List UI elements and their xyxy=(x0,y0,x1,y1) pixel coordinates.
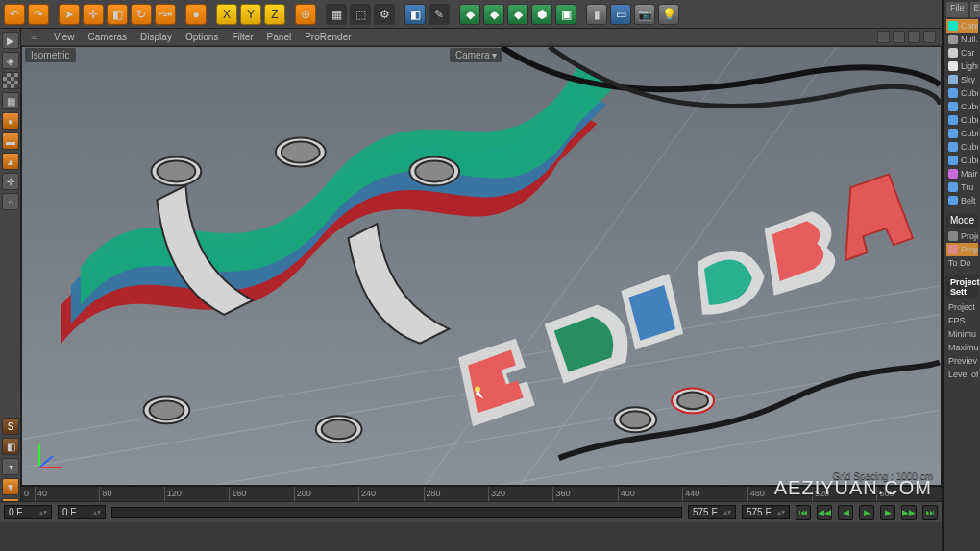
watermark: AEZIYUAN.COM xyxy=(774,477,932,499)
object-manager[interactable]: Camer Null.1 Car Light Sky Cube. Cube. C… xyxy=(946,17,978,209)
menu-prorender[interactable]: ProRender xyxy=(305,32,351,42)
camera-btn[interactable]: 📷 xyxy=(634,4,655,25)
undo-btn[interactable]: ↶ xyxy=(4,4,25,25)
menu-options[interactable]: Options xyxy=(185,32,218,42)
tick-label: 360 xyxy=(555,489,570,498)
obj-cube: Cube. xyxy=(946,100,978,113)
edges-mode-btn[interactable]: ▬ xyxy=(2,132,19,150)
spline-btn[interactable]: ✎ xyxy=(429,4,450,25)
rp-tab-edit[interactable]: E xyxy=(970,2,980,17)
total-frame-field[interactable]: 575 F▴▾ xyxy=(688,505,736,519)
svg-point-7 xyxy=(157,160,195,181)
obj-cube: Cube. xyxy=(946,140,978,154)
render-region-btn[interactable]: ⬚ xyxy=(350,4,371,25)
tick-label: 120 xyxy=(167,489,182,498)
rp-tab-file[interactable]: File xyxy=(946,2,968,17)
cube-primitive-btn[interactable]: ◧ xyxy=(404,4,426,25)
deformer-btn[interactable]: ▮ xyxy=(586,4,607,25)
menu-handle[interactable]: ≡ xyxy=(31,32,37,42)
axis-gizmo[interactable] xyxy=(32,437,70,475)
axis-x-btn[interactable]: X xyxy=(216,4,237,25)
menu-filter[interactable]: Filter xyxy=(232,32,253,42)
svg-point-9 xyxy=(282,142,320,163)
viewport-solo-btn[interactable]: ○ xyxy=(2,193,19,210)
model-mode-btn[interactable]: ◈ xyxy=(2,52,19,69)
step-back-btn[interactable]: ◀◀ xyxy=(817,505,832,520)
tick-label: 240 xyxy=(361,489,376,498)
redo-btn[interactable]: ↷ xyxy=(28,4,49,25)
generator-btn3[interactable]: ◆ xyxy=(507,4,528,25)
current-frame-field[interactable]: 0 F▴▾ xyxy=(58,505,106,519)
nav-zoom-icon[interactable] xyxy=(893,31,905,43)
snap-btn1[interactable]: S xyxy=(2,418,19,435)
mode-label: Mode xyxy=(946,213,978,228)
prev-frame-btn[interactable]: ◀ xyxy=(838,505,853,520)
timeline-track[interactable] xyxy=(111,507,682,518)
menu-view[interactable]: View xyxy=(54,32,75,42)
view-label: Isometric xyxy=(25,48,76,62)
setting-row: Project S xyxy=(946,300,978,314)
camera-label[interactable]: Camera ▾ xyxy=(450,48,502,62)
menu-display[interactable]: Display xyxy=(140,32,172,42)
start-frame-field[interactable]: 0 F▴▾ xyxy=(4,505,52,519)
floor-btn[interactable]: ▭ xyxy=(610,4,631,25)
obj-cube: Cube. xyxy=(946,127,978,140)
goto-end-btn[interactable]: ⏭ xyxy=(922,505,938,520)
play-btn[interactable]: ▶ xyxy=(859,505,874,520)
axis-z-btn[interactable]: Z xyxy=(264,4,285,25)
svg-line-23 xyxy=(39,456,53,467)
tick-label: 40 xyxy=(37,489,47,498)
generator-btn2[interactable]: ◆ xyxy=(483,4,504,25)
settings-header: Project Sett xyxy=(946,276,978,299)
snap-btn3[interactable]: ▾ xyxy=(2,458,19,475)
obj-car: Car xyxy=(946,46,978,60)
obj-cube: Cube. xyxy=(946,86,978,100)
tick-label: 200 xyxy=(297,489,311,498)
end-frame-field[interactable]: 575 F▴▾ xyxy=(742,505,790,519)
nav-rotate-icon[interactable] xyxy=(908,31,920,43)
menu-cameras[interactable]: Cameras xyxy=(88,32,128,42)
snap-btn2[interactable]: ◧ xyxy=(2,438,19,455)
polys-mode-btn[interactable]: ▲ xyxy=(2,153,19,170)
select-tool[interactable]: ➤ xyxy=(59,4,80,25)
generator-btn4[interactable]: ⬢ xyxy=(531,4,552,25)
light-btn[interactable]: 💡 xyxy=(658,4,679,25)
obj-main: Main_ xyxy=(946,167,978,180)
step-fwd-btn[interactable]: ▶▶ xyxy=(901,505,917,520)
tweak-btn[interactable]: ▼ xyxy=(2,478,19,495)
attr-item: Project Set xyxy=(946,243,978,256)
viewport[interactable]: Grid Spacing : 1000 cm xyxy=(21,46,942,486)
tick-label: 480 xyxy=(750,489,765,498)
generator-btn5[interactable]: ▣ xyxy=(555,4,576,25)
rotate-tool[interactable]: ↻ xyxy=(131,4,152,25)
goto-start-btn[interactable]: ⏮ xyxy=(796,505,811,520)
world-axis-btn[interactable]: ⊕ xyxy=(295,4,316,25)
generator-btn1[interactable]: ◆ xyxy=(459,4,480,25)
setting-row: Level of xyxy=(946,368,978,381)
menu-panel[interactable]: Panel xyxy=(267,32,292,42)
svg-point-11 xyxy=(415,160,453,181)
timeline-controls: 0 F▴▾ 0 F▴▾ 575 F▴▾ 575 F▴▾ ⏮ ◀◀ ◀ ▶ ▶ ▶… xyxy=(0,501,942,522)
texture-mode-btn[interactable] xyxy=(2,72,19,89)
scale-tool[interactable]: ◧ xyxy=(107,4,128,25)
setting-row: Maximu xyxy=(946,341,978,354)
nav-layout-icon[interactable] xyxy=(923,31,936,43)
render-btn[interactable]: ▦ xyxy=(326,4,347,25)
psr-tool[interactable]: PSR xyxy=(155,4,176,25)
nav-move-icon[interactable] xyxy=(877,31,890,43)
right-panel: File E Camer Null.1 Car Light Sky Cube. … xyxy=(942,0,980,551)
render-settings-btn[interactable]: ⚙ xyxy=(374,4,395,25)
axis-lock-btn[interactable]: ✛ xyxy=(2,173,19,190)
axis-y-btn[interactable]: Y xyxy=(240,4,261,25)
next-frame-btn[interactable]: ▶ xyxy=(880,505,895,520)
workplane-btn[interactable]: ▦ xyxy=(2,92,19,109)
last-tool[interactable]: ● xyxy=(185,4,207,25)
move-tool[interactable]: ✛ xyxy=(83,4,104,25)
svg-point-13 xyxy=(150,400,184,419)
setting-row: Minimu xyxy=(946,327,978,341)
svg-point-15 xyxy=(322,419,356,439)
points-mode-btn[interactable]: ● xyxy=(2,112,19,130)
svg-point-19 xyxy=(677,392,708,409)
viewport-scene xyxy=(22,47,941,485)
editable-mode-btn[interactable]: ▶ xyxy=(2,32,19,49)
